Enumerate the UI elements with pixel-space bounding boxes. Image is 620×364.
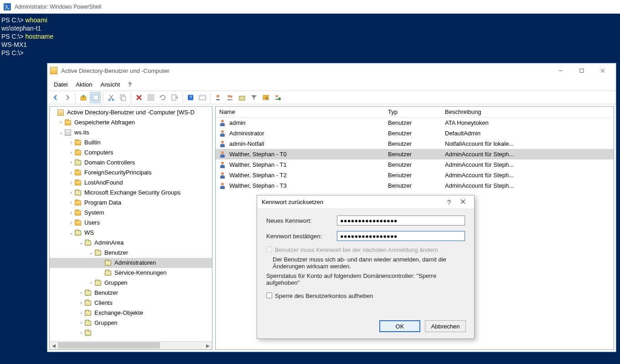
list-row[interactable]: adminBenutzerATA Honeytoken [216,118,614,128]
new-group-button[interactable] [225,92,236,103]
svg-rect-7 [122,96,125,101]
tree-administratoren[interactable]: ›Administratoren [50,258,212,268]
svg-rect-12 [172,95,176,100]
aduc-titlebar: Active Directory-Benutzer und -Computer [47,63,616,78]
tree-gruppen[interactable]: ›Gruppen [50,278,212,288]
whoami-output: ws\stephan-t1 [1,24,619,32]
cut-button[interactable] [106,92,117,103]
toolbar: ? [47,91,616,104]
user-icon [219,119,227,127]
dialog-note-2: Sperrstatus für Konto auf folgendem Domä… [266,272,465,286]
filter-button[interactable] [248,92,259,103]
tree-root[interactable]: ▾Active Directory-Benutzer und -Computer… [50,108,212,118]
tree-users[interactable]: ›Users [50,218,212,228]
unlock-account-label: Sperre des Benutzerkontos aufheben [275,292,373,299]
user-icon [219,182,227,190]
new-ou-button[interactable] [237,92,248,103]
list-row[interactable]: Walther, Stephan - T0BenutzerAdminAccoun… [216,149,614,159]
maximize-button[interactable] [571,64,592,77]
user-icon [219,161,227,169]
scroll-thumb[interactable] [58,342,160,349]
tree-fsp[interactable]: ›ForeignSecurityPrincipals [50,168,212,178]
user-icon [219,130,227,137]
confirm-password-input[interactable] [337,231,465,241]
help-button[interactable]: ? [185,92,196,103]
tree-scrollbar[interactable]: ◂ ▸ [50,341,212,349]
col-desc[interactable]: Beschreibung [441,108,614,115]
tree-computers[interactable]: ›Computers [50,148,212,158]
dialog-note-1: Der Benutzer muss sich ab- und dann wied… [273,256,465,270]
list-row[interactable]: admin-NotfallBenutzerNotfallAccount für … [216,138,614,149]
svg-text:?: ? [189,95,192,100]
tree-service-kennungen[interactable]: ›Service-Kennungen [50,268,212,278]
forward-button[interactable] [62,92,73,103]
dialog-titlebar: Kennwort zurücksetzen ? [257,195,474,209]
svg-point-24 [276,95,278,97]
tree-program-data[interactable]: ›Program Data [50,198,212,208]
minimize-button[interactable] [550,64,571,77]
svg-rect-20 [239,96,245,100]
list-row[interactable]: Walther, Stephan - T3BenutzerAdminAccoun… [216,180,614,191]
copy-button[interactable] [118,92,129,103]
dialog-close-button[interactable] [456,199,470,205]
menu-view[interactable]: Ansicht [101,81,120,88]
tree-builtin[interactable]: ›Builtin [50,138,212,148]
list-row[interactable]: Walther, Stephan - T1BenutzerAdminAccoun… [216,159,614,170]
tree-adminarea[interactable]: ⌄AdminArea [50,238,212,248]
tree-benutzer-2[interactable]: ›Benutzer [50,288,212,298]
ok-button[interactable]: OK [379,320,420,332]
show-hide-tree-button[interactable] [90,92,101,103]
list-row[interactable]: AdministratorBenutzerDefaultAdmin [216,128,614,138]
tree-gruppen-2[interactable]: ›Gruppen [50,318,212,328]
svg-point-25 [278,97,281,100]
powershell-icon [4,3,11,10]
new-user-button[interactable] [213,92,224,103]
tree-ws[interactable]: ⌄WS [50,228,212,238]
aduc-title: Active Directory-Benutzer und -Computer [61,67,170,74]
tree-exchange-objekte[interactable]: ›Exchange-Objekte [50,308,212,318]
up-button[interactable] [78,92,89,103]
new-password-input[interactable] [337,215,465,226]
unlock-account-checkbox[interactable] [266,292,272,298]
back-button[interactable] [50,92,61,103]
tree-mesg[interactable]: ›Microsoft Exchange Security Groups [50,188,212,198]
tree-more[interactable]: › [50,328,212,338]
svg-point-17 [217,95,219,97]
list-row[interactable]: Walther, Stephan - T2BenutzerAdminAccoun… [216,170,614,180]
menu-action[interactable]: Aktion [76,81,92,88]
tree-lost-and-found[interactable]: ›LostAndFound [50,178,212,188]
must-change-label: Benutzer muss Kennwort bei der nächsten … [275,246,438,253]
col-name[interactable]: Name [216,108,384,115]
svg-point-19 [230,96,232,98]
list-header: Name Typ Beschreibung [216,107,614,118]
tree-clients[interactable]: ›Clients [50,298,212,308]
export-button[interactable] [169,92,180,103]
cancel-button[interactable]: Abbrechen [425,320,466,332]
scroll-right-icon[interactable]: ▸ [204,342,212,349]
tree-domain[interactable]: ⌄ws.its [50,128,212,138]
menu-help[interactable]: ? [128,81,131,88]
tree-saved-queries[interactable]: ›Gespeicherte Abfragen [50,118,212,128]
tree-system[interactable]: ›System [50,208,212,218]
dialog-help-button[interactable]: ? [442,198,456,206]
svg-point-5 [112,99,114,101]
tree-view[interactable]: ▾Active Directory-Benutzer und -Computer… [50,107,212,341]
svg-rect-16 [199,95,206,97]
add-to-group-button[interactable] [272,92,283,103]
close-button[interactable] [592,64,613,77]
hostname-output: WS-MX1 [1,41,619,49]
tree-domain-controllers[interactable]: ›Domain Controllers [50,158,212,168]
refresh-button[interactable] [157,92,168,103]
col-type[interactable]: Typ [384,108,441,115]
properties-button[interactable] [145,92,156,103]
find-button[interactable] [197,92,208,103]
menu-file[interactable]: Datei [54,81,67,88]
tree-benutzer[interactable]: ⌄Benutzer [50,248,212,258]
delete-button[interactable] [134,92,145,103]
search-button[interactable] [260,92,271,103]
powershell-titlebar: Administrator: Windows PowerShell [0,0,620,14]
dialog-title: Kennwort zurücksetzen [262,199,442,205]
user-icon [219,151,227,158]
scroll-left-icon[interactable]: ◂ [50,342,58,349]
powershell-title: Administrator: Windows PowerShell [15,4,101,10]
